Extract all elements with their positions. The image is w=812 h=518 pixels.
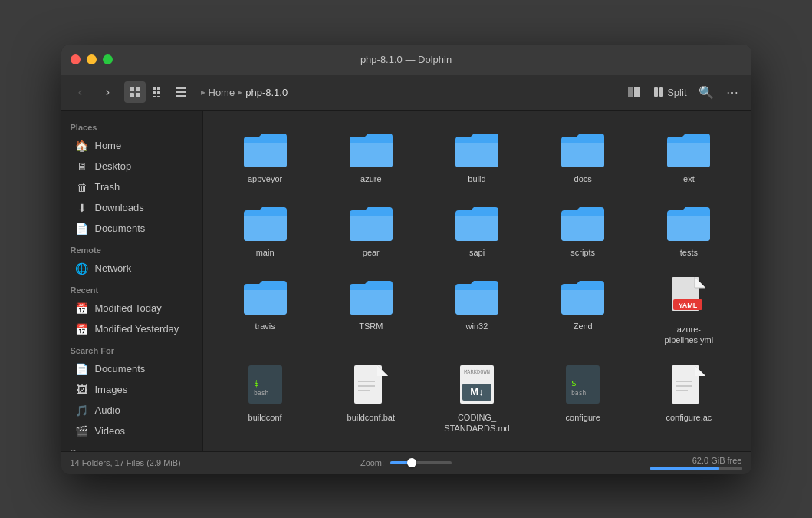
sidebar-item-search-images[interactable]: 🖼 Images: [66, 380, 198, 400]
file-name-configure: configure: [566, 412, 600, 423]
search-audio-icon: 🎵: [75, 404, 89, 417]
compact-view-button[interactable]: [147, 81, 169, 103]
sidebar-item-documents[interactable]: 📄 Documents: [66, 219, 198, 239]
home-icon: 🏠: [75, 140, 89, 152]
sidebar-item-label-modified-yesterday: Modified Yesterday: [95, 323, 179, 335]
svg-text:$_: $_: [254, 378, 265, 388]
folder-icon-docs: [560, 129, 606, 169]
folder-name-tests: tests: [680, 247, 698, 258]
search-button[interactable]: 🔍: [695, 81, 718, 104]
back-button[interactable]: ‹: [69, 81, 92, 104]
svg-rect-0: [130, 87, 134, 91]
remote-section-label: Remote: [61, 239, 202, 258]
breadcrumb-current: php-8.1.0: [245, 87, 288, 98]
sidebar-item-desktop[interactable]: 🖥 Desktop: [66, 157, 198, 177]
statusbar-info: 14 Folders, 17 Files (2.9 MiB): [71, 458, 294, 467]
folder-travis[interactable]: travis: [215, 270, 315, 352]
folder-zend[interactable]: Zend: [533, 270, 633, 352]
file-area: appveyor azure: [203, 111, 751, 451]
folder-docs[interactable]: docs: [533, 123, 633, 190]
folder-name-sapi: sapi: [469, 247, 485, 258]
svg-rect-11: [176, 91, 186, 93]
folder-icon-sapi: [454, 203, 500, 243]
trash-icon: 🗑: [75, 181, 89, 193]
svg-rect-14: [634, 87, 640, 97]
folder-pear[interactable]: pear: [321, 196, 421, 264]
zoom-thumb: [407, 458, 416, 467]
split-button[interactable]: Split: [649, 84, 691, 101]
zoom-slider[interactable]: [390, 461, 452, 464]
statusbar: 14 Folders, 17 Files (2.9 MiB) Zoom: 62.…: [61, 451, 751, 474]
recent-section-label: Recent: [61, 279, 202, 298]
folder-scripts[interactable]: scripts: [533, 196, 633, 264]
terminal-file-icon-configure: $_ bash: [564, 365, 602, 407]
documents-icon: 📄: [75, 223, 89, 235]
file-buildconf-bat[interactable]: buildconf.bat: [321, 358, 421, 440]
zoom-fill: [390, 461, 409, 464]
icon-view-button[interactable]: [124, 81, 146, 103]
folder-ext[interactable]: ext: [639, 123, 738, 190]
sidebar-item-downloads[interactable]: ⬇ Downloads: [66, 198, 198, 218]
folder-tsrm[interactable]: TSRM: [321, 270, 421, 352]
folder-icon-main: [242, 203, 288, 243]
folder-icon-azure: [348, 129, 394, 169]
file-coding-standards[interactable]: M↓ MARKDOWN CODING_ STANDARDS.md: [427, 358, 527, 440]
search-videos-icon: 🎬: [75, 425, 89, 437]
folder-icon-tests: [666, 203, 712, 243]
svg-rect-2: [130, 93, 134, 97]
file-configure-ac[interactable]: configure.ac: [639, 358, 738, 440]
folder-tests[interactable]: tests: [639, 196, 738, 264]
file-azure-pipelines[interactable]: YAML azure-pipelines.yml: [639, 270, 738, 352]
titlebar: php-8.1.0 — Dolphin: [61, 45, 751, 75]
sidebar-item-search-audio[interactable]: 🎵 Audio: [66, 401, 198, 421]
zoom-label: Zoom:: [360, 458, 384, 467]
sidebar-item-label-search-images: Images: [95, 384, 128, 395]
file-configure[interactable]: $_ bash configure: [533, 358, 633, 440]
folder-name-build: build: [468, 173, 485, 184]
sidebar-item-network[interactable]: 🌐 Network: [66, 259, 198, 279]
svg-text:$_: $_: [571, 378, 582, 388]
folder-appveyor[interactable]: appveyor: [215, 123, 315, 190]
modified-yesterday-icon: 📅: [75, 323, 89, 335]
file-name-coding-standards: CODING_ STANDARDS.md: [442, 412, 511, 434]
search-section-label: Search For: [61, 340, 202, 358]
free-space-label: 62.0 GiB free: [692, 456, 742, 465]
sidebar-item-modified-today[interactable]: 📅 Modified Today: [66, 299, 198, 318]
list-view-button[interactable]: [170, 81, 192, 103]
minimize-button[interactable]: [87, 54, 97, 64]
svg-text:bash: bash: [254, 390, 268, 397]
sidebar-item-label-documents: Documents: [95, 223, 146, 234]
statusbar-right: 62.0 GiB free: [518, 456, 742, 470]
places-section-label: Places: [61, 117, 202, 135]
file-name-configure-ac: configure.ac: [666, 412, 712, 423]
folder-azure[interactable]: azure: [321, 123, 421, 190]
downloads-icon: ⬇: [75, 202, 89, 214]
folder-main[interactable]: main: [215, 196, 315, 264]
folder-build[interactable]: build: [427, 123, 527, 190]
yaml-file-icon: YAML: [669, 276, 708, 319]
file-name-buildconf: buildconf: [248, 412, 282, 423]
panel-toggle-button[interactable]: [623, 81, 646, 104]
sidebar-item-home[interactable]: 🏠 Home: [66, 136, 198, 156]
maximize-button[interactable]: [103, 54, 113, 64]
close-button[interactable]: [71, 54, 81, 64]
sidebar-item-search-documents[interactable]: 📄 Documents: [66, 359, 198, 379]
folder-sapi[interactable]: sapi: [427, 196, 527, 264]
svg-rect-8: [153, 96, 156, 97]
forward-button[interactable]: ›: [97, 81, 120, 104]
terminal-file-icon-buildconf: $_ bash: [246, 365, 284, 407]
folder-name-main: main: [256, 247, 275, 258]
main-content: Places 🏠 Home 🖥 Desktop 🗑 Trash ⬇ Downlo…: [61, 111, 751, 451]
sidebar-item-trash[interactable]: 🗑 Trash: [66, 177, 198, 197]
more-button[interactable]: ⋯: [721, 81, 744, 104]
file-name-buildconf-bat: buildconf.bat: [347, 412, 395, 423]
svg-rect-1: [136, 87, 140, 91]
sidebar-item-label-modified-today: Modified Today: [95, 302, 162, 314]
folder-icon-ext: [666, 129, 712, 169]
folder-win32[interactable]: win32: [427, 270, 527, 352]
toolbar: ‹ ›: [61, 75, 751, 111]
sidebar-item-modified-yesterday[interactable]: 📅 Modified Yesterday: [66, 319, 198, 339]
breadcrumb-home[interactable]: Home: [209, 87, 235, 98]
sidebar-item-search-videos[interactable]: 🎬 Videos: [66, 421, 198, 441]
file-buildconf[interactable]: $_ bash buildconf: [215, 358, 315, 440]
